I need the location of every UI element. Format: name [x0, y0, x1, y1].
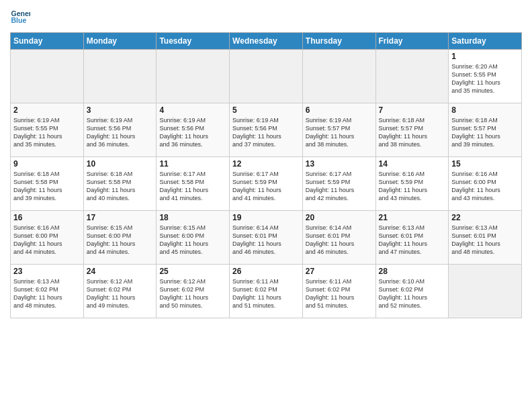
- day-info: Sunrise: 6:16 AM Sunset: 5:59 PM Dayligh…: [379, 170, 446, 203]
- day-number: 21: [379, 213, 446, 222]
- week-row-1: 2Sunrise: 6:19 AM Sunset: 5:55 PM Daylig…: [11, 103, 522, 157]
- week-row-0: 1Sunrise: 6:20 AM Sunset: 5:55 PM Daylig…: [11, 50, 522, 103]
- day-info: Sunrise: 6:11 AM Sunset: 6:02 PM Dayligh…: [232, 277, 300, 310]
- day-info: Sunrise: 6:20 AM Sunset: 5:55 PM Dayligh…: [451, 62, 519, 95]
- calendar-table: SundayMondayTuesdayWednesdayThursdayFrid…: [10, 32, 522, 318]
- day-cell-2-3: 12Sunrise: 6:17 AM Sunset: 5:59 PM Dayli…: [230, 157, 303, 211]
- day-cell-2-2: 11Sunrise: 6:17 AM Sunset: 5:58 PM Dayli…: [157, 157, 230, 211]
- day-cell-4-6: [449, 265, 522, 318]
- day-cell-4-0: 23Sunrise: 6:13 AM Sunset: 6:02 PM Dayli…: [11, 265, 84, 318]
- day-cell-0-3: [230, 50, 303, 103]
- day-number: 26: [232, 267, 300, 276]
- day-number: 15: [451, 159, 519, 169]
- day-number: 28: [379, 267, 446, 276]
- day-cell-1-5: 7Sunrise: 6:18 AM Sunset: 5:57 PM Daylig…: [375, 103, 449, 157]
- day-cell-1-6: 8Sunrise: 6:18 AM Sunset: 5:57 PM Daylig…: [449, 103, 522, 157]
- day-number: 12: [232, 159, 300, 169]
- header-cell-sunday: Sunday: [11, 33, 84, 50]
- day-cell-0-1: [83, 50, 157, 103]
- day-info: Sunrise: 6:17 AM Sunset: 5:59 PM Dayligh…: [232, 170, 300, 203]
- header-cell-saturday: Saturday: [449, 33, 522, 50]
- day-number: 23: [13, 267, 81, 276]
- day-info: Sunrise: 6:19 AM Sunset: 5:55 PM Dayligh…: [13, 116, 81, 149]
- week-row-2: 9Sunrise: 6:18 AM Sunset: 5:58 PM Daylig…: [11, 157, 522, 211]
- day-info: Sunrise: 6:17 AM Sunset: 5:59 PM Dayligh…: [306, 170, 373, 203]
- day-cell-2-4: 13Sunrise: 6:17 AM Sunset: 5:59 PM Dayli…: [302, 157, 375, 211]
- day-number: 3: [87, 105, 154, 115]
- header-cell-tuesday: Tuesday: [157, 33, 230, 50]
- day-info: Sunrise: 6:12 AM Sunset: 6:02 PM Dayligh…: [159, 277, 226, 310]
- day-cell-2-5: 14Sunrise: 6:16 AM Sunset: 5:59 PM Dayli…: [375, 157, 449, 211]
- day-cell-4-3: 26Sunrise: 6:11 AM Sunset: 6:02 PM Dayli…: [230, 265, 303, 318]
- day-info: Sunrise: 6:14 AM Sunset: 6:01 PM Dayligh…: [306, 224, 373, 257]
- logo: General Blue: [10, 7, 33, 27]
- day-cell-2-0: 9Sunrise: 6:18 AM Sunset: 5:58 PM Daylig…: [11, 157, 84, 211]
- svg-text:Blue: Blue: [11, 16, 27, 24]
- day-number: 4: [159, 105, 226, 115]
- day-number: 5: [232, 105, 300, 115]
- day-cell-0-0: [11, 50, 84, 103]
- day-number: 2: [13, 105, 81, 115]
- day-cell-3-4: 20Sunrise: 6:14 AM Sunset: 6:01 PM Dayli…: [302, 211, 375, 265]
- day-number: 17: [87, 213, 154, 222]
- day-info: Sunrise: 6:16 AM Sunset: 6:00 PM Dayligh…: [451, 170, 519, 203]
- day-cell-0-2: [157, 50, 230, 103]
- day-info: Sunrise: 6:19 AM Sunset: 5:57 PM Dayligh…: [306, 116, 373, 149]
- header-cell-wednesday: Wednesday: [230, 33, 303, 50]
- day-info: Sunrise: 6:15 AM Sunset: 6:00 PM Dayligh…: [159, 224, 226, 257]
- day-cell-1-2: 4Sunrise: 6:19 AM Sunset: 5:56 PM Daylig…: [157, 103, 230, 157]
- header-cell-monday: Monday: [83, 33, 157, 50]
- day-cell-0-6: 1Sunrise: 6:20 AM Sunset: 5:55 PM Daylig…: [449, 50, 522, 103]
- day-info: Sunrise: 6:19 AM Sunset: 5:56 PM Dayligh…: [232, 116, 300, 149]
- page: General Blue SundayMondayTuesdayWednesda…: [0, 0, 532, 411]
- day-info: Sunrise: 6:13 AM Sunset: 6:01 PM Dayligh…: [379, 224, 446, 257]
- day-number: 27: [306, 267, 373, 276]
- header-row: SundayMondayTuesdayWednesdayThursdayFrid…: [11, 33, 522, 50]
- day-number: 19: [232, 213, 300, 222]
- day-number: 13: [306, 159, 373, 169]
- day-info: Sunrise: 6:18 AM Sunset: 5:57 PM Dayligh…: [451, 116, 519, 149]
- day-info: Sunrise: 6:13 AM Sunset: 6:01 PM Dayligh…: [451, 224, 519, 257]
- day-number: 25: [159, 267, 226, 276]
- day-cell-0-5: [375, 50, 449, 103]
- day-info: Sunrise: 6:18 AM Sunset: 5:58 PM Dayligh…: [13, 170, 81, 203]
- day-number: 1: [451, 52, 519, 61]
- day-cell-3-2: 18Sunrise: 6:15 AM Sunset: 6:00 PM Dayli…: [157, 211, 230, 265]
- day-info: Sunrise: 6:10 AM Sunset: 6:02 PM Dayligh…: [379, 277, 446, 310]
- day-info: Sunrise: 6:17 AM Sunset: 5:58 PM Dayligh…: [159, 170, 226, 203]
- day-info: Sunrise: 6:15 AM Sunset: 6:00 PM Dayligh…: [87, 224, 154, 257]
- day-cell-3-1: 17Sunrise: 6:15 AM Sunset: 6:00 PM Dayli…: [83, 211, 157, 265]
- day-number: 14: [379, 159, 446, 169]
- header: General Blue: [10, 7, 522, 27]
- day-number: 10: [87, 159, 154, 169]
- day-cell-2-1: 10Sunrise: 6:18 AM Sunset: 5:58 PM Dayli…: [83, 157, 157, 211]
- day-number: 9: [13, 159, 81, 169]
- day-info: Sunrise: 6:11 AM Sunset: 6:02 PM Dayligh…: [306, 277, 373, 310]
- logo-icon: General Blue: [10, 7, 30, 27]
- header-cell-thursday: Thursday: [302, 33, 375, 50]
- day-number: 22: [451, 213, 519, 222]
- day-cell-4-4: 27Sunrise: 6:11 AM Sunset: 6:02 PM Dayli…: [302, 265, 375, 318]
- day-cell-4-2: 25Sunrise: 6:12 AM Sunset: 6:02 PM Dayli…: [157, 265, 230, 318]
- day-info: Sunrise: 6:19 AM Sunset: 5:56 PM Dayligh…: [87, 116, 154, 149]
- day-info: Sunrise: 6:13 AM Sunset: 6:02 PM Dayligh…: [13, 277, 81, 310]
- day-number: 18: [159, 213, 226, 222]
- day-number: 8: [451, 105, 519, 115]
- day-number: 6: [306, 105, 373, 115]
- day-info: Sunrise: 6:14 AM Sunset: 6:01 PM Dayligh…: [232, 224, 300, 257]
- day-number: 24: [87, 267, 154, 276]
- day-info: Sunrise: 6:12 AM Sunset: 6:02 PM Dayligh…: [87, 277, 154, 310]
- day-info: Sunrise: 6:18 AM Sunset: 5:57 PM Dayligh…: [379, 116, 446, 149]
- day-cell-3-5: 21Sunrise: 6:13 AM Sunset: 6:01 PM Dayli…: [375, 211, 449, 265]
- day-cell-2-6: 15Sunrise: 6:16 AM Sunset: 6:00 PM Dayli…: [449, 157, 522, 211]
- day-cell-3-0: 16Sunrise: 6:16 AM Sunset: 6:00 PM Dayli…: [11, 211, 84, 265]
- day-number: 16: [13, 213, 81, 222]
- day-cell-1-1: 3Sunrise: 6:19 AM Sunset: 5:56 PM Daylig…: [83, 103, 157, 157]
- day-cell-1-3: 5Sunrise: 6:19 AM Sunset: 5:56 PM Daylig…: [230, 103, 303, 157]
- day-cell-1-4: 6Sunrise: 6:19 AM Sunset: 5:57 PM Daylig…: [302, 103, 375, 157]
- day-info: Sunrise: 6:16 AM Sunset: 6:00 PM Dayligh…: [13, 224, 81, 257]
- day-cell-1-0: 2Sunrise: 6:19 AM Sunset: 5:55 PM Daylig…: [11, 103, 84, 157]
- day-number: 7: [379, 105, 446, 115]
- day-cell-4-5: 28Sunrise: 6:10 AM Sunset: 6:02 PM Dayli…: [375, 265, 449, 318]
- day-cell-4-1: 24Sunrise: 6:12 AM Sunset: 6:02 PM Dayli…: [83, 265, 157, 318]
